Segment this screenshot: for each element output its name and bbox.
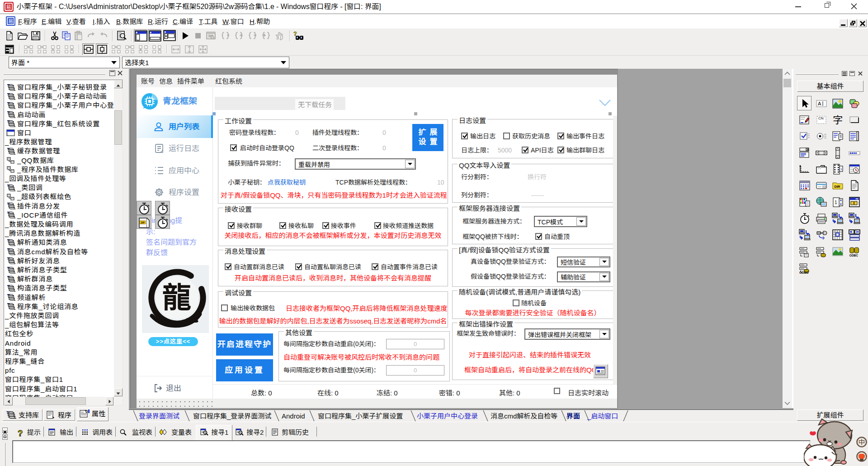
svg-text:易: 易 bbox=[8, 17, 13, 24]
svg-text:1: 1 bbox=[835, 200, 837, 205]
svg-text:1: 1 bbox=[840, 167, 843, 171]
svg-text:ODBC: ODBC bbox=[799, 271, 809, 274]
svg-text:字: 字 bbox=[833, 114, 843, 126]
svg-text:ODBC: ODBC bbox=[849, 254, 858, 257]
svg-text:龍: 龍 bbox=[162, 274, 191, 316]
svg-text:DIR: DIR bbox=[835, 185, 841, 189]
svg-text:?: ? bbox=[18, 428, 23, 437]
svg-text:CN: CN bbox=[818, 116, 824, 120]
svg-text:中: 中 bbox=[858, 437, 865, 447]
svg-text:A: A bbox=[818, 101, 821, 106]
svg-text:ZIP: ZIP bbox=[141, 221, 145, 224]
svg-text:易: 易 bbox=[6, 3, 11, 10]
